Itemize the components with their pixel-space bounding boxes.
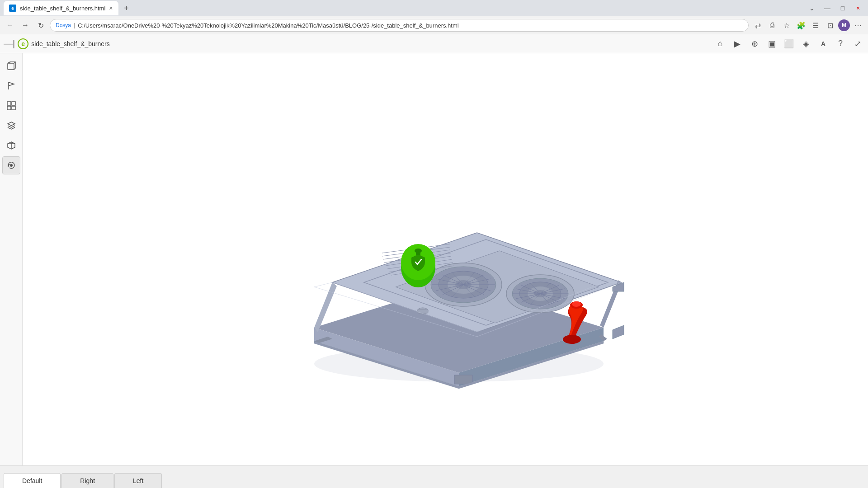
collections-button[interactable]: ☰ xyxy=(809,19,822,32)
address-bar: ← → ↻ Dosya | C:/Users/msarac/OneDrive%2… xyxy=(0,16,868,34)
svg-rect-0 xyxy=(8,63,14,70)
app-logo: —| e side_table_shelf_&_burners xyxy=(4,38,110,49)
sidebar-item-puzzle[interactable] xyxy=(2,97,20,115)
svg-rect-56 xyxy=(416,250,420,255)
cube-button[interactable]: ◈ xyxy=(799,37,813,51)
3d-model-svg xyxy=(242,133,649,404)
logo-icon: e xyxy=(18,38,28,49)
display-button[interactable]: ▣ xyxy=(765,37,778,51)
svg-rect-2 xyxy=(7,102,11,105)
app-toolbar: ⌂ ▶ ⊕ ▣ ⬜ ◈ A ? ⤢ xyxy=(713,37,864,51)
svg-rect-52 xyxy=(417,310,428,313)
bottom-tabs: Default Right Left xyxy=(0,465,868,488)
tab-list-button[interactable]: ⌄ xyxy=(806,2,818,14)
box-button[interactable]: ⬜ xyxy=(782,37,796,51)
sidebar xyxy=(0,53,23,484)
zoom-button[interactable]: ⊕ xyxy=(748,37,761,51)
app-header: —| e side_table_shelf_&_burners ⌂ ▶ ⊕ ▣ … xyxy=(0,34,868,53)
tab-bar-controls: ⌄ — □ × xyxy=(806,2,864,14)
svg-point-58 xyxy=(572,301,581,307)
browser-tab-bar: e side_table_shelf_&_burners.html × + ⌄ … xyxy=(0,0,868,16)
nav-arrow: —| xyxy=(4,38,15,49)
sidebar-item-cube[interactable] xyxy=(2,57,20,75)
fullscreen-button[interactable]: ⤢ xyxy=(851,37,864,51)
3d-viewport[interactable] xyxy=(23,53,868,484)
svg-marker-63 xyxy=(454,375,472,384)
sidebar-item-flag[interactable] xyxy=(2,77,20,95)
svg-point-59 xyxy=(563,335,581,344)
close-button[interactable]: × xyxy=(852,2,864,14)
svg-rect-5 xyxy=(12,106,15,110)
maximize-button[interactable]: □ xyxy=(836,2,849,14)
extensions-button[interactable]: 🧩 xyxy=(795,19,807,32)
tab-left[interactable]: Left xyxy=(114,473,162,488)
address-bar-actions: ⇄ ⎙ ☆ 🧩 ☰ ⊡ M ⋯ xyxy=(751,19,864,32)
help-button[interactable]: ? xyxy=(834,37,847,51)
new-tab-button[interactable]: + xyxy=(120,2,133,14)
minimize-button[interactable]: — xyxy=(821,2,834,14)
forward-button[interactable]: → xyxy=(19,19,32,32)
main-layout xyxy=(0,53,868,484)
sidebar-item-refresh[interactable] xyxy=(2,156,20,174)
translate-button[interactable]: A xyxy=(816,37,830,51)
tab-right[interactable]: Right xyxy=(61,473,113,488)
home-button[interactable]: ⌂ xyxy=(713,37,727,51)
back-button[interactable]: ← xyxy=(4,19,16,32)
tab-default[interactable]: Default xyxy=(4,473,61,488)
screenshot-button[interactable]: ⎙ xyxy=(766,19,778,32)
user-avatar[interactable]: M xyxy=(838,19,850,31)
split-view-button[interactable]: ⊡ xyxy=(824,19,836,32)
settings-button[interactable]: ⋯ xyxy=(852,19,864,32)
refresh-button[interactable]: ↻ xyxy=(34,19,47,32)
address-separator: | xyxy=(74,22,75,28)
address-url-text: C:/Users/msarac/OneDrive%20-%20Tekyaz%20… xyxy=(78,22,459,29)
active-tab[interactable]: e side_table_shelf_&_burners.html × xyxy=(4,1,118,15)
tab-title: side_table_shelf_&_burners.html xyxy=(20,5,105,12)
tab-favicon: e xyxy=(9,5,16,12)
app-title: side_table_shelf_&_burners xyxy=(31,40,110,47)
svg-rect-3 xyxy=(12,102,15,105)
address-input[interactable]: Dosya | C:/Users/msarac/OneDrive%20-%20T… xyxy=(50,19,749,32)
address-secure-label: Dosya xyxy=(56,22,71,28)
translate-page-button[interactable]: ⇄ xyxy=(751,19,764,32)
sidebar-item-layers[interactable] xyxy=(2,117,20,135)
sidebar-item-package[interactable] xyxy=(2,136,20,155)
svg-point-6 xyxy=(10,164,13,167)
scene-container xyxy=(23,53,868,484)
play-button[interactable]: ▶ xyxy=(731,37,744,51)
svg-marker-61 xyxy=(613,325,624,339)
svg-rect-4 xyxy=(7,106,11,110)
tab-close-button[interactable]: × xyxy=(109,5,113,12)
bookmark-button[interactable]: ☆ xyxy=(780,19,793,32)
